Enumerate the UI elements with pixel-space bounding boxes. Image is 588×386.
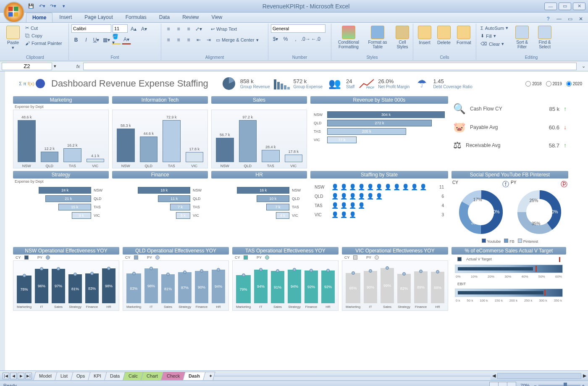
group-label: Cells bbox=[413, 55, 476, 60]
svg-text:50%: 50% bbox=[491, 210, 499, 214]
format-as-table-button[interactable]: Format as Table bbox=[365, 24, 390, 50]
bold-button[interactable]: B bbox=[71, 35, 81, 45]
formula-input[interactable] bbox=[83, 63, 577, 70]
underline-button[interactable]: U▾ bbox=[92, 35, 101, 45]
horizontal-scrollbar[interactable] bbox=[497, 373, 581, 379]
sheet-tab-chart[interactable]: Chart bbox=[141, 372, 164, 380]
italic-button[interactable]: I bbox=[81, 35, 91, 45]
first-sheet-button[interactable]: |◀ bbox=[3, 373, 9, 379]
tab-data[interactable]: Data bbox=[153, 13, 176, 22]
last-sheet-button[interactable]: ▶| bbox=[25, 373, 32, 379]
find-select-button[interactable]: Find & Select bbox=[534, 24, 555, 50]
copy-button[interactable]: ⿻Copy bbox=[24, 32, 64, 39]
tab-insert[interactable]: Insert bbox=[53, 13, 78, 22]
sheet-tab-check[interactable]: Check bbox=[161, 372, 186, 380]
font-color-button[interactable]: A▾ bbox=[122, 35, 131, 45]
undo-icon[interactable]: ↶▾ bbox=[38, 3, 46, 10]
sheet-tab-ops[interactable]: Ops bbox=[71, 372, 91, 380]
wrap-text-button[interactable]: ↩Wrap Text bbox=[209, 24, 239, 34]
redo-icon[interactable]: ↷▾ bbox=[49, 3, 57, 10]
comma-icon[interactable]: , bbox=[291, 34, 300, 44]
tab-formulas[interactable]: Formulas bbox=[120, 13, 152, 22]
save-icon[interactable]: 💾 bbox=[27, 3, 35, 10]
sheet-tab-dash[interactable]: Dash bbox=[183, 372, 206, 380]
expand-formula-bar-icon[interactable]: ⌄ bbox=[579, 63, 588, 69]
increase-decimal-icon[interactable]: .0→ bbox=[301, 34, 310, 44]
decrease-decimal-icon[interactable]: ←.0 bbox=[311, 34, 320, 44]
minimize-button[interactable]: — bbox=[544, 3, 557, 10]
align-right-icon[interactable]: ≡ bbox=[184, 35, 193, 45]
radio-2020[interactable]: 2020 bbox=[566, 81, 582, 87]
orientation-icon[interactable]: ⤢▾ bbox=[194, 24, 203, 34]
font-size-input[interactable] bbox=[113, 24, 128, 33]
cut-button[interactable]: ✂Cut bbox=[24, 24, 64, 32]
zoom-out-icon[interactable]: − bbox=[534, 383, 536, 386]
number-format-select[interactable] bbox=[271, 24, 326, 33]
align-bottom-icon[interactable]: ≡ bbox=[184, 24, 193, 34]
format-painter-button[interactable]: 🖌Format Painter bbox=[24, 40, 64, 47]
increase-indent-icon[interactable]: ⇥ bbox=[204, 35, 213, 45]
insert-cells-button[interactable]: Insert bbox=[416, 24, 433, 46]
format-cells-button[interactable]: Format bbox=[454, 24, 473, 46]
prev-sheet-button[interactable]: ◀ bbox=[10, 373, 17, 379]
fill-color-button[interactable]: 🪣▾ bbox=[112, 35, 121, 45]
clear-button[interactable]: ⌫Clear▾ bbox=[479, 40, 510, 47]
percent-icon[interactable]: % bbox=[281, 34, 290, 44]
zoom-slider[interactable]: − + bbox=[534, 383, 585, 386]
autosum-button[interactable]: ΣAutoSum▾ bbox=[479, 24, 510, 32]
eff-bar: 90%Finance bbox=[195, 271, 208, 309]
person-icon: 👤 bbox=[420, 184, 427, 190]
radio-2019[interactable]: 2019 bbox=[546, 81, 562, 87]
decrease-font-icon[interactable]: A▾ bbox=[139, 24, 149, 34]
bar: 58.3 kNSW bbox=[117, 123, 135, 168]
tab-view[interactable]: View bbox=[205, 13, 228, 22]
close-button[interactable]: ✕ bbox=[573, 3, 585, 10]
maximize-button[interactable]: ▭ bbox=[559, 3, 571, 10]
restore-window-icon[interactable]: ▭ bbox=[565, 14, 575, 24]
tab-review[interactable]: Review bbox=[176, 13, 205, 22]
align-left-icon[interactable]: ≡ bbox=[164, 35, 173, 45]
minimize-ribbon-icon[interactable]: — bbox=[554, 14, 564, 24]
copy-icon: ⿻ bbox=[25, 33, 30, 38]
paste-button[interactable]: Paste▾ bbox=[4, 24, 22, 52]
align-top-icon[interactable]: ≡ bbox=[164, 24, 173, 34]
merge-center-button[interactable]: ▭Merge & Center▾ bbox=[214, 35, 260, 45]
ribbon-tabs: Home Insert Page Layout Formulas Data Re… bbox=[0, 13, 588, 23]
close-workbook-icon[interactable]: ✕ bbox=[576, 14, 585, 24]
fx-icon[interactable]: fx bbox=[73, 64, 83, 69]
delete-cells-button[interactable]: Delete bbox=[435, 24, 453, 46]
hscroll-right[interactable]: ▶ bbox=[581, 373, 588, 378]
radio-2018[interactable]: 2018 bbox=[525, 81, 541, 87]
font-name-input[interactable] bbox=[71, 24, 111, 33]
office-button[interactable] bbox=[3, 2, 24, 23]
hscroll-left[interactable]: ◀ bbox=[491, 373, 497, 378]
sheet-tab-kpi[interactable]: KPI bbox=[88, 372, 107, 380]
tab-page-layout[interactable]: Page Layout bbox=[79, 13, 118, 22]
decrease-indent-icon[interactable]: ⇤ bbox=[194, 35, 203, 45]
cell-styles-button[interactable]: Cell Styles bbox=[392, 24, 413, 50]
name-box[interactable] bbox=[2, 63, 52, 70]
name-box-dropdown-icon[interactable]: ▾ bbox=[54, 63, 56, 69]
increase-font-icon[interactable]: A▴ bbox=[129, 24, 138, 34]
worksheet-area[interactable]: Σπ f(x) Dashboard Revenue Expense Staffi… bbox=[0, 71, 588, 370]
help-icon[interactable]: ? bbox=[543, 14, 553, 24]
arrow-down-icon: ↓ bbox=[564, 124, 567, 131]
ribbon-group-editing: ΣAutoSum▾ ⬇Fill▾ ⌫Clear▾ Sort & Filter F… bbox=[476, 24, 586, 60]
view-buttons[interactable] bbox=[490, 382, 516, 386]
align-middle-icon[interactable]: ≡ bbox=[174, 24, 183, 34]
card-receivable: ⚖ Receivable Avg 58.7 ↑ bbox=[452, 138, 568, 152]
eff-bar: 96%IT bbox=[35, 269, 48, 309]
align-center-icon[interactable]: ≡ bbox=[174, 35, 183, 45]
border-button[interactable]: ▦▾ bbox=[102, 35, 111, 45]
sort-filter-button[interactable]: Sort & Filter bbox=[512, 24, 533, 50]
fill-button[interactable]: ⬇Fill▾ bbox=[479, 32, 510, 39]
sheet-tab-data[interactable]: Data bbox=[104, 372, 126, 380]
sheet-tab-calc[interactable]: Calc bbox=[123, 372, 144, 380]
zoom-in-icon[interactable]: + bbox=[582, 383, 585, 386]
tab-home[interactable]: Home bbox=[26, 13, 52, 22]
qat-customize-icon[interactable]: ▾ bbox=[60, 3, 68, 10]
sheet-tab-model[interactable]: Model bbox=[33, 372, 57, 380]
currency-icon[interactable]: $▾ bbox=[271, 34, 280, 44]
next-sheet-button[interactable]: ▶ bbox=[18, 373, 24, 379]
conditional-formatting-button[interactable]: Conditional Formatting bbox=[334, 24, 363, 50]
